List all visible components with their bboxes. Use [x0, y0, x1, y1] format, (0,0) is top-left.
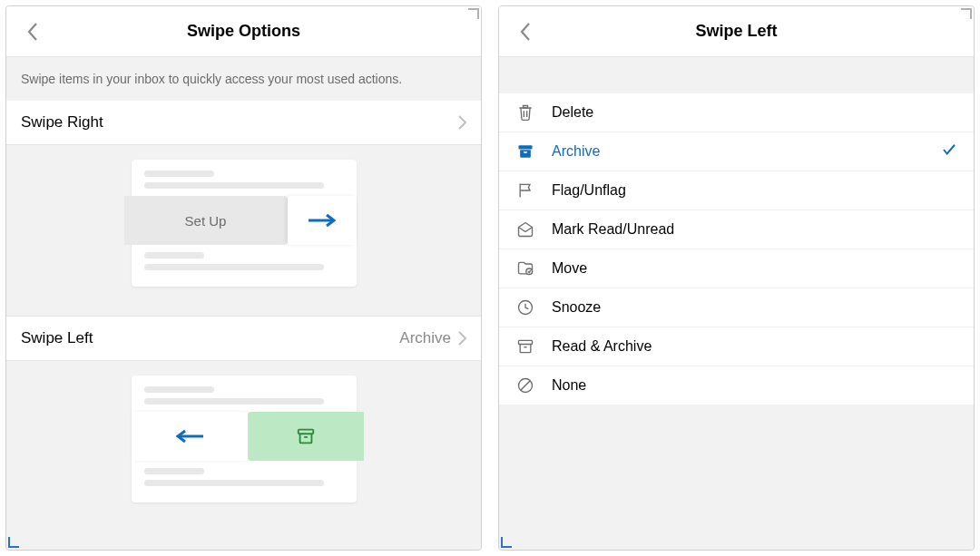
action-label: Flag/Unflag	[552, 182, 626, 199]
action-label: Mark Read/Unread	[552, 221, 674, 238]
action-item-none[interactable]: None	[499, 366, 974, 405]
action-label: Snooze	[552, 299, 601, 316]
svg-rect-7	[524, 151, 527, 153]
page-title: Swipe Options	[6, 22, 481, 41]
trash-icon	[515, 102, 535, 122]
swipe-left-arrow-box	[132, 412, 248, 461]
none-icon	[515, 376, 535, 395]
arrow-right-icon	[307, 213, 338, 228]
action-label: Read & Archive	[552, 338, 652, 355]
mail-icon	[515, 219, 535, 239]
swipe-left-value: Archive	[399, 329, 451, 347]
swipe-right-label: Swipe Right	[21, 113, 103, 132]
action-item-flag[interactable]: Flag/Unflag	[499, 171, 974, 210]
action-item-snooze[interactable]: Snooze	[499, 288, 974, 327]
action-item-readarchive[interactable]: Read & Archive	[499, 327, 974, 366]
read-archive-icon	[515, 337, 535, 356]
archive-icon	[515, 141, 535, 161]
chevron-right-icon	[458, 115, 466, 130]
svg-rect-2	[298, 430, 313, 434]
page-description: Swipe items in your inbox to quickly acc…	[6, 57, 481, 101]
flag-icon	[515, 180, 535, 200]
chevron-left-icon	[519, 22, 532, 42]
action-label: Archive	[552, 143, 600, 160]
action-list: Delete Archive Flag/Unflag Mark Read/Unr…	[499, 93, 974, 405]
header: Swipe Options	[6, 6, 481, 57]
back-button[interactable]	[19, 18, 46, 45]
action-item-archive[interactable]: Archive	[499, 132, 974, 171]
chevron-left-icon	[26, 22, 39, 42]
swipe-left-row[interactable]: Swipe Left Archive	[6, 316, 481, 361]
chevron-right-icon	[458, 331, 466, 346]
back-button[interactable]	[512, 18, 539, 45]
svg-rect-10	[519, 340, 533, 344]
move-icon	[515, 258, 535, 278]
check-icon	[941, 141, 957, 161]
swipe-options-panel: Swipe Options Swipe items in your inbox …	[5, 5, 482, 551]
header: Swipe Left	[499, 6, 974, 57]
swipe-left-preview	[6, 361, 481, 521]
arrow-left-icon	[174, 429, 205, 444]
action-item-delete[interactable]: Delete	[499, 93, 974, 132]
swipe-left-label: Swipe Left	[21, 329, 93, 347]
swipe-left-action-box	[248, 412, 364, 461]
swipe-right-arrow-box	[288, 196, 357, 245]
page-title: Swipe Left	[499, 22, 974, 41]
clock-icon	[515, 298, 535, 317]
action-label: Delete	[552, 104, 593, 121]
swipe-left-actions-panel: Swipe Left Delete Archive Flag/Unflag	[498, 5, 975, 551]
svg-rect-6	[519, 145, 533, 149]
action-label: Move	[552, 260, 587, 277]
swipe-right-action-label: Set Up	[124, 196, 288, 245]
svg-line-13	[521, 381, 530, 390]
swipe-right-preview: Set Up	[6, 145, 481, 305]
swipe-right-row[interactable]: Swipe Right	[6, 101, 481, 145]
action-item-readunread[interactable]: Mark Read/Unread	[499, 210, 974, 249]
archive-icon	[296, 426, 316, 446]
action-label: None	[552, 377, 586, 394]
action-item-move[interactable]: Move	[499, 249, 974, 288]
